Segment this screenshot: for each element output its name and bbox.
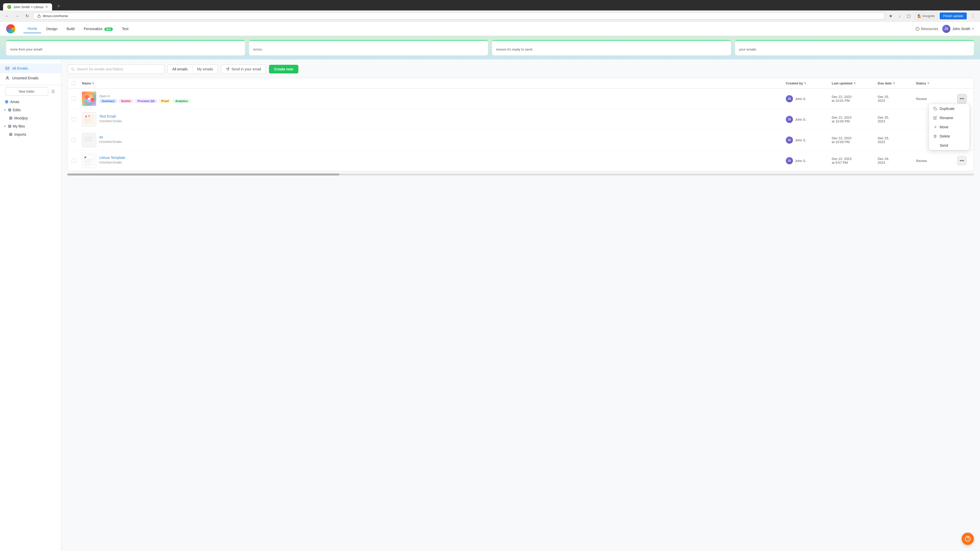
row1-checkbox[interactable] bbox=[72, 97, 82, 101]
row4-more-btn[interactable]: ••• bbox=[957, 156, 966, 165]
tag-builder[interactable]: Builder bbox=[119, 99, 134, 103]
sidebar: All Emails Unsorted Emails New folder ☰ … bbox=[0, 59, 61, 551]
col-due-date[interactable]: Due date ⇅ bbox=[878, 81, 916, 85]
col-name[interactable]: Name ⇅ bbox=[82, 81, 786, 85]
context-rename[interactable]: Rename bbox=[929, 113, 969, 122]
sidebar-folder-imports[interactable]: Imports bbox=[0, 130, 61, 138]
sidebar-folder-edits[interactable]: ▾ Edits bbox=[0, 106, 61, 114]
tab-close-btn[interactable]: ✕ bbox=[45, 5, 48, 9]
search-box[interactable]: Search for emails and folders bbox=[67, 65, 164, 74]
banner-text-2: errors. bbox=[253, 48, 263, 51]
row1-actions: ••• bbox=[954, 94, 969, 103]
app-logo[interactable] bbox=[6, 24, 15, 33]
context-delete[interactable]: Delete bbox=[929, 132, 969, 141]
nav-test[interactable]: Test bbox=[118, 25, 133, 33]
incognito-label: Incognito bbox=[922, 14, 935, 18]
bookmark-btn[interactable]: ★ bbox=[887, 13, 894, 19]
user-avatar: JS bbox=[942, 25, 950, 33]
nav-personalize[interactable]: Personalize New bbox=[80, 25, 117, 33]
folder-imports-label: Imports bbox=[14, 132, 26, 137]
row2-title[interactable]: Test Email bbox=[99, 114, 786, 118]
resources-btn[interactable]: Resources bbox=[915, 27, 938, 31]
personalize-badge: New bbox=[104, 27, 113, 31]
send-email-btn[interactable]: Send in your email bbox=[221, 65, 266, 74]
sidebar-item-unsorted[interactable]: Unsorted Emails bbox=[0, 73, 61, 83]
banner-text-4: your emails. bbox=[739, 48, 757, 51]
folder-myfiles-label: My files bbox=[13, 124, 25, 128]
tag-previews-qa[interactable]: Previews QA bbox=[135, 99, 157, 103]
new-tab-btn[interactable]: + bbox=[53, 2, 64, 11]
tag-analytics[interactable]: Analytics bbox=[173, 99, 190, 103]
row2-checkbox[interactable] bbox=[72, 118, 82, 121]
help-btn[interactable] bbox=[962, 533, 974, 545]
rename-label: Rename bbox=[940, 116, 953, 120]
incognito-btn[interactable]: 🕵 Incognito bbox=[915, 13, 938, 19]
create-new-btn[interactable]: Create new bbox=[269, 65, 298, 73]
row3-checkbox[interactable] bbox=[72, 138, 82, 142]
extensions-btn[interactable]: ▢ bbox=[905, 13, 913, 19]
svg-point-15 bbox=[91, 98, 94, 102]
row1-info: Open in Summary Builder Previews QA Proo… bbox=[99, 94, 786, 103]
duplicate-label: Duplicate bbox=[940, 106, 955, 111]
forward-btn[interactable]: → bbox=[13, 13, 21, 19]
sidebar-folder-amas[interactable]: Amas bbox=[0, 98, 61, 106]
new-folder-btn[interactable]: New folder bbox=[5, 87, 48, 96]
app-header: Home Design Build Personalize New Test R… bbox=[0, 22, 980, 36]
select-all-checkbox[interactable] bbox=[72, 81, 82, 85]
myfiles-expand-icon: ▾ bbox=[4, 124, 6, 128]
svg-rect-23 bbox=[85, 119, 91, 119]
row1-more-btn[interactable]: ••• bbox=[957, 94, 966, 103]
user-dropdown-icon: ▾ bbox=[972, 27, 974, 30]
tag-proof[interactable]: Proof bbox=[159, 99, 171, 103]
col-status[interactable]: Status ⇅ bbox=[916, 81, 954, 85]
resources-label: Resources bbox=[921, 27, 938, 31]
main-content: All Emails Unsorted Emails New folder ☰ … bbox=[0, 59, 980, 551]
active-tab[interactable]: John Smith > Litmus ✕ bbox=[3, 3, 52, 11]
context-move[interactable]: Move bbox=[929, 122, 969, 132]
lock-icon bbox=[37, 14, 41, 18]
finish-update-btn[interactable]: Finish update bbox=[940, 13, 967, 19]
tag-summary[interactable]: Summary bbox=[99, 99, 117, 103]
svg-rect-37 bbox=[84, 162, 92, 162]
download-btn[interactable]: ↓ bbox=[897, 13, 903, 19]
user-name-label: John Smith bbox=[953, 27, 970, 31]
row2-thumbnail: ✉ bbox=[82, 112, 96, 127]
rename-icon bbox=[933, 116, 937, 120]
row3-last-updated: Dec 22, 2023at 10:00 PM bbox=[832, 136, 878, 144]
sidebar-folder-myfiles[interactable]: ▾ My files bbox=[0, 122, 61, 130]
email-table: Name ⇅ Created by ⇅ Last updated ⇅ Due d… bbox=[67, 78, 974, 171]
reload-btn[interactable]: ↻ bbox=[24, 13, 31, 19]
row2-thumb-img: ✉ bbox=[82, 114, 96, 125]
row4-checkbox[interactable] bbox=[72, 159, 82, 163]
address-bar[interactable]: litmus.com/home bbox=[33, 13, 885, 19]
folder-options-btn[interactable]: ☰ bbox=[50, 88, 56, 95]
scroll-thumb[interactable] bbox=[67, 173, 339, 176]
svg-point-21 bbox=[85, 116, 87, 118]
row4-title[interactable]: Litmus Template bbox=[99, 156, 786, 160]
col-created-by[interactable]: Created by ⇅ bbox=[786, 81, 832, 85]
horizontal-scrollbar[interactable] bbox=[67, 173, 974, 176]
folder-dot-imports bbox=[9, 133, 12, 136]
edits-expand-icon: ▾ bbox=[4, 108, 6, 112]
filter-my-btn[interactable]: My emails bbox=[192, 65, 218, 73]
banner-text-1: more from your email! bbox=[10, 48, 42, 51]
nav-design[interactable]: Design bbox=[42, 25, 62, 33]
nav-build[interactable]: Build bbox=[62, 25, 79, 33]
row4-thumbnail bbox=[82, 154, 96, 168]
context-send[interactable]: Send bbox=[929, 141, 969, 150]
info-icon bbox=[915, 27, 920, 31]
filter-all-btn[interactable]: All emails bbox=[168, 65, 192, 73]
banner-card-3: ensure it's ready to send. bbox=[492, 40, 731, 56]
sidebar-item-all-emails[interactable]: All Emails bbox=[0, 64, 61, 73]
row3-title[interactable]: as bbox=[99, 135, 786, 139]
context-duplicate[interactable]: Duplicate bbox=[929, 104, 969, 113]
sidebar-folder-moodjoy[interactable]: Moodjoy bbox=[0, 114, 61, 122]
back-btn[interactable]: ← bbox=[3, 13, 11, 19]
row2-due-date: Dec 25,2023 bbox=[878, 116, 916, 123]
user-menu[interactable]: JS John Smith ▾ bbox=[942, 25, 974, 33]
col-last-updated[interactable]: Last updated ⇅ bbox=[832, 81, 878, 85]
nav-home[interactable]: Home bbox=[24, 24, 41, 33]
send-label: Send bbox=[940, 143, 948, 148]
email-section: Search for emails and folders All emails… bbox=[61, 59, 980, 551]
menu-btn[interactable]: ⋮ bbox=[969, 13, 977, 19]
